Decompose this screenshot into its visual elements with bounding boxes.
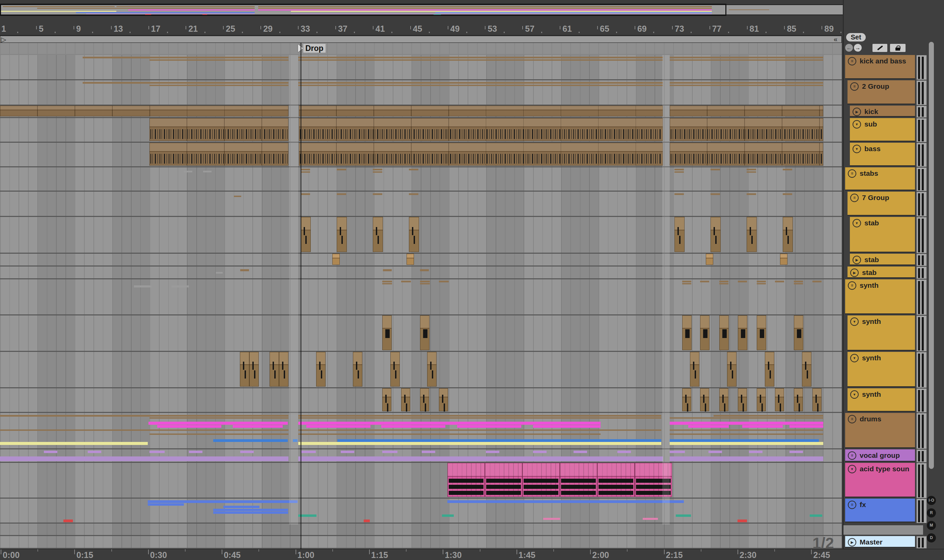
track-header-bass[interactable]: ▼bass xyxy=(850,143,915,166)
clip[interactable] xyxy=(765,352,774,386)
clip-segment[interactable] xyxy=(420,283,430,285)
clip[interactable] xyxy=(382,388,391,411)
clip-segment[interactable] xyxy=(83,57,289,58)
fold-circle-icon[interactable]: ▼ xyxy=(848,465,856,473)
clip-segment[interactable] xyxy=(240,269,249,271)
clip-segment[interactable] xyxy=(676,514,691,517)
clip-segment[interactable] xyxy=(189,451,203,453)
scrub-bar[interactable]: ▷ « xyxy=(0,36,842,43)
clip-segment[interactable] xyxy=(439,281,449,282)
clip-segment[interactable] xyxy=(306,425,371,428)
clip[interactable] xyxy=(301,217,311,252)
clip-segment[interactable] xyxy=(775,281,784,282)
audio-clip[interactable] xyxy=(149,118,289,141)
clip[interactable] xyxy=(409,217,419,252)
clip[interactable] xyxy=(757,315,766,350)
clip-segment[interactable] xyxy=(364,520,370,522)
clip[interactable] xyxy=(710,217,721,252)
clip-segment[interactable] xyxy=(213,509,288,511)
clip-segment[interactable] xyxy=(298,82,663,84)
lane-stabs[interactable] xyxy=(0,167,842,192)
clip-segment[interactable] xyxy=(420,281,430,282)
clip-segment[interactable] xyxy=(738,281,747,282)
clip-segment[interactable] xyxy=(533,425,601,428)
track-header-acid-type-soun[interactable]: ▼acid type soun xyxy=(845,463,915,498)
lock-envelopes-button[interactable] xyxy=(890,44,906,52)
clip-segment[interactable] xyxy=(301,193,310,195)
clip-segment[interactable] xyxy=(670,417,823,418)
audio-clip[interactable] xyxy=(299,143,663,166)
lane-stab[interactable] xyxy=(0,266,842,279)
clip-segment[interactable] xyxy=(298,57,663,58)
track-header-synth[interactable]: ▼synth xyxy=(847,388,915,412)
spacer-lane[interactable] xyxy=(0,523,842,536)
acid-midi-clip[interactable] xyxy=(522,463,560,497)
clip-segment[interactable] xyxy=(810,514,822,517)
clip-segment[interactable] xyxy=(670,429,823,431)
group-circle-icon[interactable]: ≡ xyxy=(848,415,856,423)
clip[interactable] xyxy=(738,315,747,350)
clip-segment[interactable] xyxy=(148,500,298,503)
track-header-stab[interactable]: ▶stab xyxy=(847,266,915,278)
lane-2-group[interactable] xyxy=(0,80,842,106)
clip[interactable] xyxy=(382,315,392,350)
draw-mode-button[interactable] xyxy=(872,44,887,52)
clip-segment[interactable] xyxy=(341,451,354,453)
clip[interactable] xyxy=(373,217,383,252)
clip-segment[interactable] xyxy=(738,520,747,522)
clip-segment[interactable] xyxy=(298,457,663,461)
clip[interactable] xyxy=(675,217,684,252)
clip-segment[interactable] xyxy=(700,281,709,282)
clip-segment[interactable] xyxy=(749,451,763,453)
clip[interactable] xyxy=(706,254,713,265)
clip-segment[interactable] xyxy=(670,442,823,445)
clip-segment[interactable] xyxy=(670,422,823,425)
bar-ruler[interactable]: 1591317212529333741454953576165697377818… xyxy=(0,16,842,35)
clip-segment[interactable] xyxy=(213,511,288,514)
clip-segment[interactable] xyxy=(747,171,756,173)
clip-segment[interactable] xyxy=(457,425,521,428)
clip[interactable] xyxy=(794,315,803,350)
clip-segment[interactable] xyxy=(682,283,691,285)
clip-segment[interactable] xyxy=(617,451,631,453)
clip-segment[interactable] xyxy=(337,439,661,442)
track-header-master[interactable]: ▶Master xyxy=(845,536,915,548)
clip-segment[interactable] xyxy=(184,171,192,172)
clip-segment[interactable] xyxy=(381,425,445,428)
clip-segment[interactable] xyxy=(382,281,392,282)
clip-segment[interactable] xyxy=(643,518,658,520)
lane-master[interactable] xyxy=(0,536,842,549)
mixer-section-toggle-m[interactable]: M xyxy=(927,521,936,530)
lane-stab[interactable] xyxy=(0,254,842,266)
clip-segment[interactable] xyxy=(373,169,382,170)
track-header-kick-and-bass[interactable]: ≡kick and bass xyxy=(845,55,915,79)
clip-segment[interactable] xyxy=(533,451,547,453)
clip-segment[interactable] xyxy=(670,434,823,435)
acid-midi-clip[interactable] xyxy=(560,463,597,497)
clip[interactable] xyxy=(269,352,279,386)
clip[interactable] xyxy=(775,388,784,411)
time-ruler[interactable]: 0:000:150:300:451:001:151:301:452:002:15… xyxy=(0,549,944,560)
clip-segment[interactable] xyxy=(670,57,823,58)
group-circle-icon[interactable]: ≡ xyxy=(848,57,856,65)
clip-segment[interactable] xyxy=(148,422,288,425)
clip-segment[interactable] xyxy=(301,169,310,170)
clip[interactable] xyxy=(783,217,793,252)
clip-segment[interactable] xyxy=(382,451,397,453)
track-header-2-group[interactable]: ≡2 Group xyxy=(847,80,915,105)
clip-segment[interactable] xyxy=(710,193,720,195)
clip[interactable] xyxy=(407,254,414,265)
clip[interactable] xyxy=(401,388,410,411)
clip-segment[interactable] xyxy=(157,425,221,428)
clip-segment[interactable] xyxy=(709,451,722,453)
play-circle-icon[interactable]: ▶ xyxy=(850,269,859,277)
clip-segment[interactable] xyxy=(409,193,418,195)
track-header-stab[interactable]: ▶stab xyxy=(850,254,915,266)
clip[interactable] xyxy=(316,352,326,386)
vertical-scrollbar[interactable] xyxy=(929,42,934,469)
clip-segment[interactable] xyxy=(83,82,289,84)
clip[interactable] xyxy=(299,106,663,116)
play-circle-icon[interactable]: ▶ xyxy=(853,256,861,264)
clip-segment[interactable] xyxy=(223,506,260,508)
clip-segment[interactable] xyxy=(447,500,684,503)
